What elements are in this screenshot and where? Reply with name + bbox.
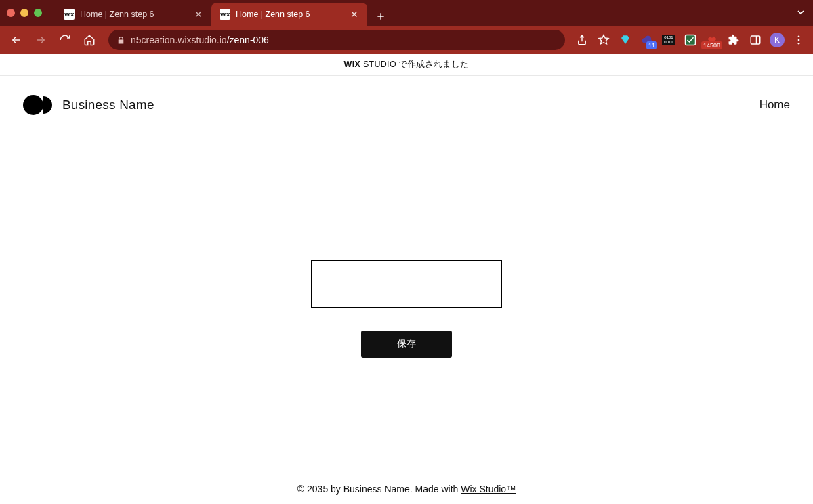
save-button[interactable]: 保存	[361, 331, 452, 358]
tab-title: Home | Zenn step 6	[236, 9, 344, 19]
banner-suffix: で作成されました	[396, 60, 469, 69]
svg-rect-1	[751, 36, 760, 44]
svg-point-3	[798, 39, 800, 41]
url-path: /zenn-006	[227, 35, 269, 45]
cloud-extension-icon[interactable]: 11	[640, 33, 654, 47]
extension-badge: 14508	[701, 41, 722, 49]
tabs-container: WIX Home | Zenn step 6 ✕ WIX Home | Zenn…	[56, 0, 390, 26]
browser-tab-strip: WIX Home | Zenn step 6 ✕ WIX Home | Zenn…	[0, 0, 813, 26]
window-zoom-icon[interactable]	[34, 9, 42, 17]
logo-icon	[23, 95, 53, 115]
tab-title: Home | Zenn step 6	[80, 9, 188, 19]
banner-text: WIX STUDIO で作成されました	[344, 59, 470, 70]
url-text: n5creation.wixstudio.io/zenn-006	[131, 35, 269, 45]
new-tab-button[interactable]	[371, 7, 390, 26]
chevron-down-icon[interactable]	[795, 7, 806, 20]
close-icon[interactable]: ✕	[350, 9, 359, 19]
profile-avatar[interactable]: K	[770, 33, 785, 47]
bookmark-star-icon[interactable]	[596, 33, 611, 47]
back-button[interactable]	[7, 30, 26, 49]
browser-toolbar: n5creation.wixstudio.io/zenn-006 11 0101…	[0, 26, 813, 54]
tab-inactive[interactable]: WIX Home | Zenn step 6 ✕	[56, 3, 211, 26]
red-extension-icon[interactable]: 14508	[705, 33, 720, 47]
wix-studio-link[interactable]: Wix Studio™	[461, 484, 516, 495]
home-button[interactable]	[80, 30, 99, 49]
sidepanel-icon[interactable]	[748, 33, 763, 47]
wix-studio-banner: WIX STUDIO で作成されました	[0, 54, 813, 76]
site-header: Business Name Home	[0, 76, 813, 134]
footer-text: © 2035 by Business Name. Made with	[297, 484, 461, 495]
reload-button[interactable]	[56, 30, 75, 49]
main-content: 保存	[0, 134, 813, 484]
diamond-extension-icon[interactable]	[618, 33, 633, 47]
wix-favicon-icon: WIX	[64, 9, 75, 20]
address-bar[interactable]: n5creation.wixstudio.io/zenn-006	[108, 30, 565, 50]
business-name: Business Name	[62, 98, 154, 112]
window-controls	[7, 9, 42, 17]
share-icon[interactable]	[575, 33, 589, 47]
binary-box: 01010011	[662, 35, 675, 45]
url-host: n5creation.wixstudio.io	[131, 35, 227, 45]
nav-home-link[interactable]: Home	[759, 98, 790, 112]
extension-badge: 11	[646, 41, 657, 49]
brand-wix: WIX	[344, 60, 361, 69]
lock-icon	[117, 36, 125, 45]
tab-active[interactable]: WIX Home | Zenn step 6 ✕	[211, 3, 367, 26]
site-footer: © 2035 by Business Name. Made with Wix S…	[0, 484, 813, 504]
svg-point-2	[798, 35, 800, 37]
forward-button[interactable]	[31, 30, 50, 49]
svg-point-4	[798, 43, 800, 45]
logo-area[interactable]: Business Name	[23, 95, 154, 115]
kebab-menu-icon[interactable]	[791, 33, 806, 47]
close-icon[interactable]: ✕	[194, 9, 203, 19]
checkmark-extension-icon[interactable]	[683, 33, 698, 47]
wix-favicon-icon: WIX	[220, 9, 230, 20]
binary-extension-icon[interactable]: 01010011	[661, 33, 676, 47]
page-viewport: WIX STUDIO で作成されました Business Name Home 保…	[0, 54, 813, 504]
extensions-puzzle-icon[interactable]	[726, 33, 741, 47]
brand-studio: STUDIO	[360, 60, 396, 69]
window-close-icon[interactable]	[7, 9, 15, 17]
toolbar-right: 11 01010011 14508 K	[575, 33, 806, 47]
svg-rect-0	[686, 35, 696, 45]
text-input[interactable]	[311, 260, 502, 308]
window-minimize-icon[interactable]	[20, 9, 28, 17]
